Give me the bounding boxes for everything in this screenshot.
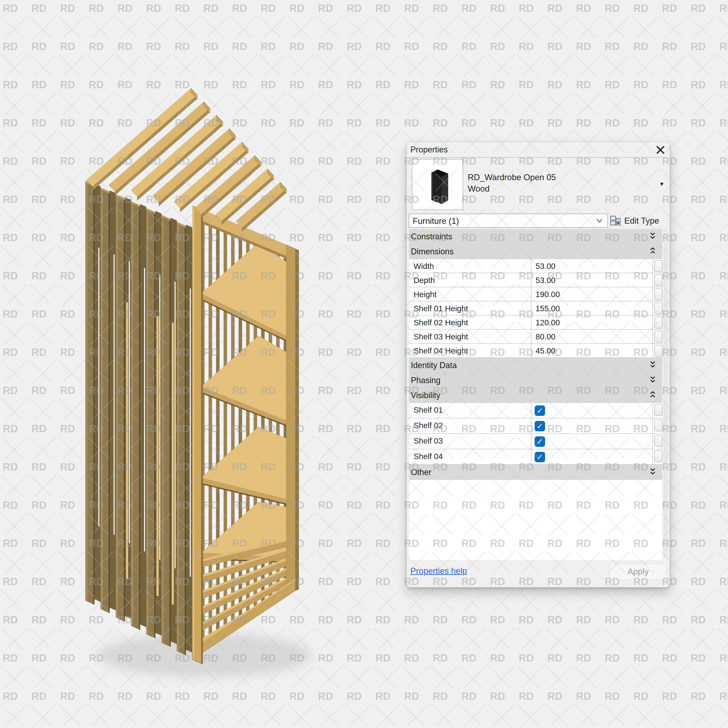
associate-parameter-button[interactable] [654, 260, 662, 272]
row-label: Shelf 02 [414, 421, 443, 430]
type-name-line2: Wood [468, 183, 556, 194]
chevron-double-up-icon[interactable] [649, 391, 656, 400]
shelf-02-checkbox[interactable]: ✓ [535, 421, 545, 431]
associate-parameter-button[interactable] [654, 331, 662, 343]
panel-footer: Properties help Apply [407, 560, 670, 587]
shelf-03-checkbox[interactable]: ✓ [535, 436, 545, 447]
associate-parameter-button[interactable] [654, 289, 662, 300]
filter-combobox[interactable]: Furniture (1) [408, 214, 608, 228]
row-label: Depth [414, 276, 435, 285]
wardrobe-thumbnail-icon [412, 159, 463, 210]
associate-parameter-button[interactable] [654, 450, 662, 462]
table-row-shelf-01-height: Shelf 01 Height 155.00 [409, 301, 662, 315]
section-label: Identity Data [411, 361, 457, 370]
section-label: Phasing [411, 376, 440, 385]
row-label: Shelf 03 Height [414, 332, 468, 341]
properties-panel: Properties RD_Wardrobe Open 05 Wood ▼ Fu… [407, 142, 670, 587]
row-value-field[interactable]: 190.00 [535, 290, 560, 299]
apply-button[interactable]: Apply [609, 563, 667, 580]
row-value-field[interactable]: 80.00 [535, 332, 555, 341]
filter-combobox-value: Furniture (1) [413, 216, 459, 226]
section-header-visibility[interactable]: Visibility [409, 388, 662, 403]
row-label: Shelf 04 Height [414, 346, 468, 355]
section-header-dimensions[interactable]: Dimensions [409, 244, 662, 259]
chevron-double-down-icon[interactable] [649, 376, 656, 385]
section-label: Other [411, 468, 431, 477]
associate-parameter-button[interactable] [654, 419, 662, 431]
type-name-line1: RD_Wardrobe Open 05 [468, 172, 556, 183]
row-value-field[interactable]: 120.00 [535, 318, 560, 327]
checkmark-icon: ✓ [537, 453, 543, 461]
section-label: Dimensions [411, 247, 454, 256]
type-dropdown-icon[interactable]: ▼ [659, 181, 665, 187]
row-label: Width [414, 262, 434, 271]
edit-type-button[interactable]: Edit Type [610, 214, 659, 227]
row-value-field[interactable]: 45.00 [535, 346, 555, 355]
row-value-field[interactable]: 53.00 [535, 262, 555, 271]
section-header-other[interactable]: Other [409, 465, 662, 480]
row-label: Shelf 01 [414, 405, 443, 414]
type-preview-thumbnail[interactable] [412, 159, 463, 210]
table-row-visibility-shelf-03: Shelf 03 ✓ [409, 434, 662, 449]
table-row-depth: Depth 53.00 [409, 273, 662, 288]
row-label: Shelf 02 Height [414, 318, 468, 327]
type-name: RD_Wardrobe Open 05 Wood [468, 172, 556, 194]
row-label: Shelf 03 [414, 436, 443, 445]
row-value-field[interactable]: 53.00 [535, 276, 555, 285]
associate-parameter-button[interactable] [654, 404, 662, 416]
associate-parameter-button[interactable] [654, 303, 662, 314]
row-label: Shelf 01 Height [414, 304, 468, 313]
properties-grid: Constraints Dimensions Width 53.00 Depth… [409, 229, 662, 561]
shelf-01-checkbox[interactable]: ✓ [535, 405, 545, 416]
scrollbar[interactable] [664, 229, 668, 558]
section-header-phasing[interactable]: Phasing [409, 373, 662, 388]
row-label: Shelf 04 [414, 452, 443, 461]
edit-type-icon [610, 215, 621, 227]
title-separator [409, 157, 667, 158]
associate-parameter-button[interactable] [654, 435, 662, 447]
table-row-height: Height 190.00 [409, 288, 662, 301]
close-icon[interactable] [655, 144, 666, 156]
row-label: Height [414, 290, 437, 299]
chevron-double-up-icon[interactable] [649, 247, 656, 256]
associate-parameter-button[interactable] [654, 274, 662, 286]
section-label: Constraints [411, 232, 452, 242]
table-row-shelf-03-height: Shelf 03 Height 80.00 [409, 330, 662, 344]
chevron-double-down-icon[interactable] [649, 468, 656, 477]
panel-title: Properties [410, 145, 448, 154]
row-value-field[interactable]: 155.00 [535, 304, 560, 313]
chevron-double-down-icon[interactable] [649, 232, 656, 241]
associate-parameter-button[interactable] [654, 345, 662, 357]
table-row-visibility-shelf-02: Shelf 02 ✓ [409, 418, 662, 434]
table-row-shelf-02-height: Shelf 02 Height 120.00 [409, 315, 662, 330]
checkmark-icon: ✓ [537, 407, 543, 414]
associate-parameter-button[interactable] [654, 317, 662, 329]
table-row-width: Width 53.00 [409, 259, 662, 273]
section-header-constraints[interactable]: Constraints [409, 229, 662, 244]
table-row-shelf-04-height: Shelf 04 Height 45.00 [409, 344, 662, 358]
checkmark-icon: ✓ [537, 422, 543, 430]
chevron-double-down-icon[interactable] [649, 361, 656, 370]
section-label: Visibility [411, 391, 440, 400]
empty-properties-area [409, 480, 662, 561]
edit-type-label: Edit Type [624, 216, 659, 226]
section-header-identity-data[interactable]: Identity Data [409, 358, 662, 373]
combobox-chevron-icon [596, 218, 603, 223]
properties-help-link[interactable]: Properties help [410, 566, 467, 576]
table-row-visibility-shelf-01: Shelf 01 ✓ [409, 403, 662, 418]
checkmark-icon: ✓ [537, 438, 543, 445]
table-row-visibility-shelf-04: Shelf 04 ✓ [409, 449, 662, 465]
shelf-04-checkbox[interactable]: ✓ [535, 452, 545, 462]
